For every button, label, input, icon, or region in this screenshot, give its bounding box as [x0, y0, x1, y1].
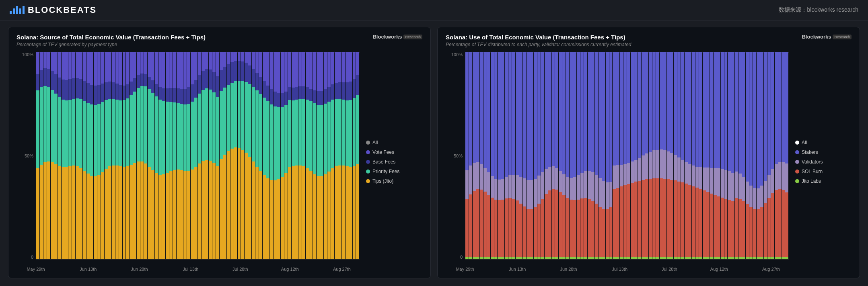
bar-segment — [263, 98, 266, 175]
bar-segment — [187, 52, 190, 87]
bar-segment — [277, 52, 280, 93]
bar-segment — [738, 257, 742, 259]
bar-segment — [327, 52, 331, 87]
source-bar-group — [119, 52, 122, 259]
use-bar-group — [746, 52, 749, 259]
source-bar-group — [216, 52, 219, 259]
bar-segment — [674, 155, 677, 180]
bar-segment — [609, 207, 613, 257]
bar-segment — [353, 79, 356, 98]
bar-segment — [530, 257, 533, 259]
bar-segment — [281, 93, 284, 107]
bar-segment — [151, 80, 154, 93]
source-bar-group — [126, 52, 129, 259]
bar-segment — [681, 182, 684, 257]
bar-segment — [292, 100, 295, 166]
source-bar-group — [356, 52, 359, 259]
bar-segment — [570, 257, 573, 259]
source-bar-group — [238, 52, 241, 259]
bar-segment — [469, 257, 472, 259]
use-bar-group — [541, 52, 544, 259]
bar-segment — [674, 257, 677, 259]
bar-segment — [36, 52, 39, 74]
source-bar-group — [76, 52, 79, 259]
bar-segment — [613, 165, 616, 190]
bar-segment — [238, 61, 241, 81]
bar-segment — [516, 200, 519, 257]
bar-segment — [667, 179, 670, 257]
bar-segment — [548, 190, 551, 257]
bar-segment — [248, 84, 251, 157]
bar-segment — [194, 167, 197, 259]
use-x-2: Jun 13th — [509, 267, 526, 272]
bar-segment — [660, 52, 663, 149]
bar-segment — [714, 195, 717, 257]
source-bar-group — [191, 52, 194, 259]
bar-segment — [735, 172, 738, 198]
bar-segment — [491, 176, 494, 198]
bar-segment — [205, 88, 208, 160]
source-chart-canvas: 100% 50% 0 May 29th Jun 13th Jun 28th Ju — [16, 52, 360, 272]
use-bar-group — [645, 52, 648, 259]
bar-segment — [223, 88, 226, 155]
bar-segment — [306, 100, 309, 168]
bar-segment — [656, 150, 659, 179]
source-legend-priority: Priority Fees — [366, 169, 422, 174]
bar-segment — [166, 52, 169, 88]
bar-segment — [331, 52, 334, 84]
bar-segment — [649, 52, 652, 152]
bar-segment — [346, 82, 349, 100]
bar-segment — [126, 98, 129, 166]
bar-segment — [728, 257, 731, 259]
bar-segment — [101, 84, 104, 102]
bar-segment — [674, 52, 677, 155]
use-bar-group — [570, 52, 573, 259]
bar-segment — [115, 84, 119, 100]
source-bar-group — [317, 52, 320, 259]
source-chart-panel: Solana: Source of Total Economic Value (… — [8, 27, 431, 278]
bar-segment — [241, 61, 244, 81]
bar-segment — [40, 87, 43, 164]
bar-segment — [335, 83, 338, 99]
bar-segment — [119, 85, 122, 100]
bar-segment — [527, 209, 530, 257]
bar-segment — [778, 52, 782, 162]
use-bar-group — [591, 52, 594, 259]
bar-segment — [760, 207, 763, 257]
bar-segment — [327, 102, 331, 172]
bar-segment — [202, 71, 205, 90]
source-bar-group — [342, 52, 345, 259]
use-bar-group — [638, 52, 641, 259]
bar-segment — [177, 52, 180, 88]
bar-segment — [476, 162, 479, 189]
bar-segment — [356, 52, 359, 75]
source-bar-group — [274, 52, 277, 259]
bar-segment — [72, 78, 75, 99]
bar-segment — [36, 90, 39, 168]
bar-segment — [595, 175, 598, 204]
use-bar-group — [764, 52, 767, 259]
bar-segment — [72, 165, 75, 259]
source-y-0: 0 — [31, 255, 33, 259]
bar-segment — [688, 185, 691, 257]
bar-segment — [537, 52, 541, 176]
bar-segment — [731, 52, 734, 173]
bar-segment — [248, 157, 251, 259]
source-bar-group — [36, 52, 39, 259]
source-legend-all-dot — [366, 141, 370, 145]
bar-segment — [491, 198, 494, 257]
bar-segment — [212, 52, 216, 72]
bar-segment — [717, 168, 720, 196]
bar-segment — [537, 176, 541, 204]
bar-segment — [480, 257, 483, 259]
bar-segment — [591, 257, 594, 259]
bar-segment — [90, 52, 93, 85]
bar-segment — [295, 100, 298, 165]
bar-segment — [317, 91, 320, 104]
bar-segment — [327, 172, 331, 259]
bar-segment — [112, 52, 115, 82]
use-y-0: 0 — [460, 255, 463, 259]
bar-segment — [356, 75, 359, 94]
bar-segment — [241, 150, 244, 259]
bar-segment — [173, 88, 176, 102]
